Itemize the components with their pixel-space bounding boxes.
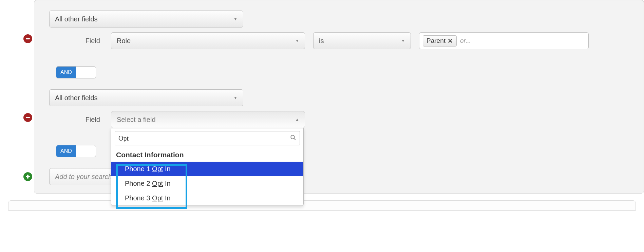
svg-point-0: [291, 135, 295, 139]
search-icon: [290, 134, 296, 142]
svg-line-1: [294, 138, 296, 140]
filter-block-1: All other fields ▼ Field Role ▼ is ▼ Par…: [44, 11, 633, 78]
field-dropdown: Opt Contact Information Phone 1 Opt In: [111, 128, 304, 206]
category-select-1-label: All other fields: [55, 15, 98, 23]
remove-tag-icon[interactable]: ✕: [448, 37, 453, 45]
dropdown-search-value: Opt: [118, 134, 290, 142]
remove-filter-button-2[interactable]: [23, 113, 32, 122]
and-or-toggle-1[interactable]: AND: [56, 66, 96, 78]
remove-filter-button-1[interactable]: [23, 34, 32, 43]
add-to-search-placeholder: Add to your search: [55, 173, 112, 181]
category-select-2-label: All other fields: [55, 94, 98, 102]
caret-down-icon: ▼: [401, 38, 405, 43]
dropdown-group-header: Contact Information: [111, 149, 303, 162]
field-label-2: Field: [49, 116, 100, 124]
value-tag-label: Parent: [427, 37, 446, 44]
and-toggle-label-2: AND: [56, 145, 76, 157]
operator-select-1[interactable]: is ▼: [313, 32, 411, 49]
dropdown-option-phone2[interactable]: Phone 2 Opt In: [111, 176, 303, 191]
query-panel: All other fields ▼ Field Role ▼ is ▼ Par…: [34, 0, 644, 194]
dropdown-option-phone3[interactable]: Phone 3 Opt In: [111, 191, 303, 205]
add-filter-button[interactable]: [23, 172, 32, 181]
category-select-2[interactable]: All other fields ▼: [49, 89, 243, 106]
bottom-panel: [8, 200, 636, 211]
caret-down-icon: ▼: [233, 17, 238, 21]
filter-block-2: All other fields ▼ Field Select a field …: [44, 89, 633, 157]
caret-down-icon: ▼: [295, 38, 299, 43]
caret-down-icon: ▼: [233, 95, 238, 100]
caret-up-icon: ▲: [295, 117, 299, 122]
field-select-1-value: Role: [117, 37, 131, 45]
and-or-toggle-2[interactable]: AND: [56, 145, 96, 157]
field-label-1: Field: [49, 37, 100, 45]
and-toggle-label: AND: [56, 67, 76, 78]
operator-select-1-value: is: [319, 37, 324, 45]
field-select-1[interactable]: Role ▼: [111, 32, 305, 49]
field-select-2[interactable]: Select a field ▲: [111, 111, 305, 128]
category-select-1[interactable]: All other fields ▼: [49, 11, 243, 28]
dropdown-search-input[interactable]: Opt: [115, 131, 300, 145]
field-select-2-placeholder: Select a field: [117, 116, 156, 124]
value-tag-parent[interactable]: Parent ✕: [423, 35, 457, 47]
dropdown-option-phone1[interactable]: Phone 1 Opt In: [111, 162, 303, 176]
value-input-placeholder: or...: [460, 37, 471, 44]
value-input-1[interactable]: Parent ✕ or...: [419, 32, 589, 49]
